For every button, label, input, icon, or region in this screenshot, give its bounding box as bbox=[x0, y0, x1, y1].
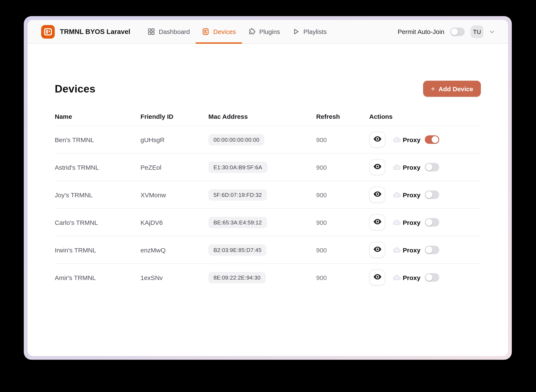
view-device-button[interactable] bbox=[369, 159, 385, 175]
device-friendly-id: XVMonw bbox=[141, 191, 208, 198]
permit-auto-join-label: Permit Auto-Join bbox=[398, 28, 444, 35]
table-row: Irwin's TRMNL enzMwQ B2:03:9E:85:D7:45 9… bbox=[55, 236, 481, 263]
device-friendly-id: gUHsgR bbox=[141, 136, 208, 143]
mac-address-pill: BE:65:3A:E4:59:12 bbox=[208, 217, 267, 228]
table-row: Ben's TRMNL gUHsgR 00:00:00:00:00:00 900 bbox=[55, 126, 481, 153]
toggle-knob bbox=[425, 164, 432, 171]
main-nav: Dashboard Devices bbox=[141, 20, 333, 43]
device-refresh: 900 bbox=[316, 191, 369, 198]
page-head: Devices + Add Device bbox=[55, 81, 481, 97]
nav-label: Dashboard bbox=[159, 28, 190, 35]
mac-address-pill: 5F:6D:07:19:FD:32 bbox=[208, 189, 267, 201]
toggle-knob bbox=[425, 247, 432, 253]
device-name: Astrid's TRMNL bbox=[55, 163, 141, 171]
view-device-button[interactable] bbox=[369, 131, 385, 148]
proxy-label: Proxy bbox=[403, 163, 420, 171]
device-refresh: 900 bbox=[316, 246, 369, 253]
proxy-toggle[interactable] bbox=[425, 191, 439, 199]
table-header-row: Name Friendly ID Mac Address Refresh Act… bbox=[55, 107, 481, 126]
proxy-label: Proxy bbox=[403, 136, 420, 143]
device-actions: Proxy bbox=[369, 159, 481, 175]
user-avatar[interactable]: TU bbox=[471, 25, 483, 38]
toggle-knob bbox=[451, 28, 458, 35]
nav-item-devices[interactable]: Devices bbox=[196, 20, 242, 43]
eye-icon bbox=[373, 272, 382, 283]
view-device-button[interactable] bbox=[369, 269, 385, 285]
nav-item-dashboard[interactable]: Dashboard bbox=[141, 20, 196, 43]
chevron-down-icon[interactable] bbox=[489, 28, 495, 35]
toggle-knob bbox=[425, 191, 432, 198]
header-right: Permit Auto-Join TU bbox=[398, 25, 495, 38]
cloud-icon bbox=[393, 192, 401, 198]
devices-page: Devices + Add Device Name Friendly ID Ma… bbox=[28, 44, 508, 356]
proxy-toggle[interactable] bbox=[425, 135, 439, 144]
col-header-friendly-id: Friendly ID bbox=[141, 113, 208, 120]
cloud-icon bbox=[393, 275, 401, 280]
plus-icon: + bbox=[431, 85, 435, 92]
mac-address-pill: B2:03:9E:85:D7:45 bbox=[208, 244, 267, 256]
device-friendly-id: KAjDV6 bbox=[141, 219, 208, 226]
device-refresh: 900 bbox=[316, 274, 369, 281]
device-actions: Proxy bbox=[369, 214, 481, 230]
playlists-play-icon bbox=[292, 28, 300, 36]
app-title: TRMNL BYOS Laravel bbox=[60, 28, 130, 35]
col-header-name: Name bbox=[55, 113, 141, 120]
device-name: Carlo's TRMNL bbox=[55, 219, 141, 226]
proxy-label: Proxy bbox=[403, 191, 420, 198]
nav-item-plugins[interactable]: Plugins bbox=[242, 20, 286, 43]
toggle-knob bbox=[431, 136, 438, 143]
device-actions: Proxy bbox=[369, 242, 481, 258]
table-row: Carlo's TRMNL KAjDV6 BE:65:3A:E4:59:12 9… bbox=[55, 208, 481, 236]
devices-list-icon bbox=[202, 28, 210, 36]
nav-label: Devices bbox=[213, 28, 236, 35]
view-device-button[interactable] bbox=[369, 214, 385, 230]
device-actions: Proxy bbox=[369, 131, 481, 148]
screen: TRMNL BYOS Laravel Dashboard bbox=[0, 0, 536, 392]
col-header-mac-address: Mac Address bbox=[208, 113, 316, 120]
view-device-button[interactable] bbox=[369, 242, 385, 258]
mac-address-pill: 8E:09:22:2E:94:30 bbox=[208, 272, 266, 283]
top-navbar: TRMNL BYOS Laravel Dashboard bbox=[28, 20, 508, 44]
proxy-toggle[interactable] bbox=[425, 273, 439, 282]
add-device-label: Add Device bbox=[439, 85, 473, 92]
page-title: Devices bbox=[55, 83, 95, 95]
col-header-actions: Actions bbox=[369, 113, 481, 120]
proxy-label: Proxy bbox=[403, 246, 420, 253]
nav-item-playlists[interactable]: Playlists bbox=[286, 20, 333, 43]
mac-address-pill: E1:30:0A:B9:5F:6A bbox=[208, 161, 267, 173]
device-table-body: Ben's TRMNL gUHsgR 00:00:00:00:00:00 900 bbox=[55, 126, 481, 291]
proxy-toggle[interactable] bbox=[425, 163, 439, 171]
proxy-label: Proxy bbox=[403, 219, 420, 226]
proxy-toggle[interactable] bbox=[425, 246, 439, 254]
device-refresh: 900 bbox=[316, 136, 369, 143]
plugins-puzzle-icon bbox=[248, 28, 256, 36]
eye-icon bbox=[373, 245, 382, 255]
eye-icon bbox=[373, 190, 382, 200]
proxy-toggle[interactable] bbox=[425, 218, 439, 227]
device-friendly-id: PeZEol bbox=[141, 163, 208, 171]
trmnl-logo-icon bbox=[41, 25, 55, 38]
eye-icon bbox=[373, 135, 382, 145]
toggle-knob bbox=[425, 274, 432, 281]
eye-icon bbox=[373, 162, 382, 172]
eye-icon bbox=[373, 217, 382, 227]
nav-label: Playlists bbox=[303, 28, 327, 35]
mac-address-pill: 00:00:00:00:00:00 bbox=[208, 134, 264, 145]
table-row: Joy's TRMNL XVMonw 5F:6D:07:19:FD:32 900 bbox=[55, 181, 481, 208]
device-friendly-id: 1exSNv bbox=[141, 274, 208, 281]
device-refresh: 900 bbox=[316, 163, 369, 171]
add-device-button[interactable]: + Add Device bbox=[423, 81, 481, 97]
device-friendly-id: enzMwQ bbox=[141, 246, 208, 253]
permit-auto-join-toggle[interactable] bbox=[450, 27, 465, 36]
app-window: TRMNL BYOS Laravel Dashboard bbox=[24, 16, 512, 360]
device-refresh: 900 bbox=[316, 219, 369, 226]
col-header-refresh: Refresh bbox=[316, 113, 369, 120]
cloud-icon bbox=[393, 137, 401, 143]
nav-label: Plugins bbox=[259, 28, 280, 35]
device-name: Joy's TRMNL bbox=[55, 191, 141, 198]
device-name: Irwin's TRMNL bbox=[55, 246, 141, 253]
table-row: Amir's TRMNL 1exSNv 8E:09:22:2E:94:30 90… bbox=[55, 263, 481, 291]
device-name: Amir's TRMNL bbox=[55, 274, 141, 281]
view-device-button[interactable] bbox=[369, 187, 385, 203]
table-row: Astrid's TRMNL PeZEol E1:30:0A:B9:5F:6A … bbox=[55, 153, 481, 181]
